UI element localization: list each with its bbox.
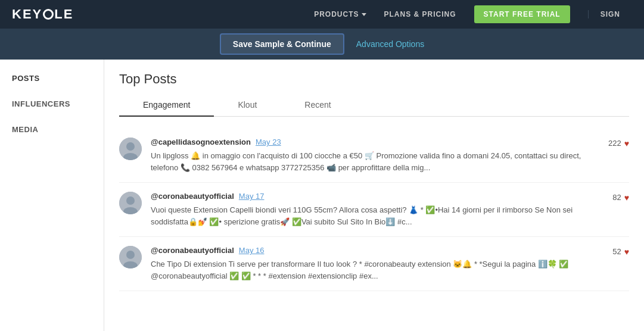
- table-row: @coronabeautyofficial May 17 Vuoi queste…: [119, 183, 629, 237]
- nav-products[interactable]: PRODUCTS: [314, 10, 366, 18]
- nav-plans[interactable]: PLANS & PRICING: [384, 10, 456, 18]
- toolbar: Save Sample & Continue Advanced Options: [0, 29, 644, 60]
- heart-icon: ♥: [624, 247, 629, 257]
- heart-icon: ♥: [624, 193, 629, 202]
- post-header: @coronabeautyofficial May 17: [151, 192, 603, 201]
- advanced-options-button[interactable]: Advanced Options: [356, 39, 424, 49]
- chevron-down-icon: [362, 13, 366, 16]
- post-text: Che Tipo Di extension Ti serve per trans…: [151, 258, 603, 282]
- table-row: @coronabeautyofficial May 16 Che Tipo Di…: [119, 237, 629, 291]
- tab-klout[interactable]: Klout: [214, 94, 281, 117]
- nav: PRODUCTS PLANS & PRICING START FREE TRIA…: [314, 5, 570, 23]
- post-body: @coronabeautyofficial May 16 Che Tipo Di…: [151, 246, 603, 282]
- save-sample-button[interactable]: Save Sample & Continue: [220, 33, 344, 55]
- start-trial-button[interactable]: START FREE TRIAL: [474, 5, 570, 23]
- avatar: [119, 192, 142, 214]
- sidebar: POSTS INFLUENCERS MEDIA: [0, 60, 104, 331]
- post-engagement: 222 ♥: [608, 138, 629, 173]
- sign-link[interactable]: SIGN: [588, 10, 632, 18]
- sidebar-item-influencers[interactable]: INFLUENCERS: [0, 91, 104, 117]
- avatar: [119, 138, 142, 160]
- post-engagement: 82 ♥: [612, 192, 629, 227]
- post-text: Un lipgloss 🔔 in omaggio con l'acquisto …: [151, 150, 599, 173]
- header: KEY LE PRODUCTS PLANS & PRICING START FR…: [0, 0, 644, 29]
- post-date[interactable]: May 17: [239, 192, 265, 201]
- engagement-count: 82: [612, 193, 621, 202]
- post-username: @coronabeautyofficial: [151, 246, 234, 255]
- svg-point-4: [126, 196, 135, 205]
- heart-icon: ♥: [624, 139, 629, 148]
- post-body: @capellidasognoextension May 23 Un lipgl…: [151, 138, 599, 173]
- svg-point-1: [126, 142, 135, 151]
- post-username: @capellidasognoextension: [151, 138, 251, 146]
- main-layout: POSTS INFLUENCERS MEDIA Top Posts Engage…: [0, 60, 644, 331]
- avatar: [119, 246, 142, 268]
- post-body: @coronabeautyofficial May 17 Vuoi queste…: [151, 192, 603, 227]
- engagement-count: 52: [612, 247, 621, 256]
- post-username: @coronabeautyofficial: [151, 192, 234, 201]
- post-date[interactable]: May 23: [256, 138, 281, 146]
- tab-engagement[interactable]: Engagement: [119, 94, 214, 117]
- engagement-count: 222: [608, 139, 621, 148]
- post-text: Vuoi queste Extension Capelli biondi ver…: [151, 204, 603, 227]
- content-area: Top Posts Engagement Klout Recent @capel…: [104, 60, 644, 331]
- page-title: Top Posts: [119, 71, 629, 87]
- table-row: @capellidasognoextension May 23 Un lipgl…: [119, 129, 629, 183]
- post-date[interactable]: May 16: [239, 246, 265, 255]
- tab-recent[interactable]: Recent: [281, 94, 354, 117]
- logo: KEY LE: [12, 7, 73, 22]
- sidebar-item-media[interactable]: MEDIA: [0, 117, 104, 142]
- svg-point-7: [126, 251, 135, 259]
- post-header: @capellidasognoextension May 23: [151, 138, 599, 146]
- post-engagement: 52 ♥: [612, 246, 629, 282]
- sidebar-item-posts[interactable]: POSTS: [0, 65, 104, 91]
- logo-circle: [43, 9, 54, 20]
- tabs: Engagement Klout Recent: [119, 94, 629, 117]
- post-header: @coronabeautyofficial May 16: [151, 246, 603, 255]
